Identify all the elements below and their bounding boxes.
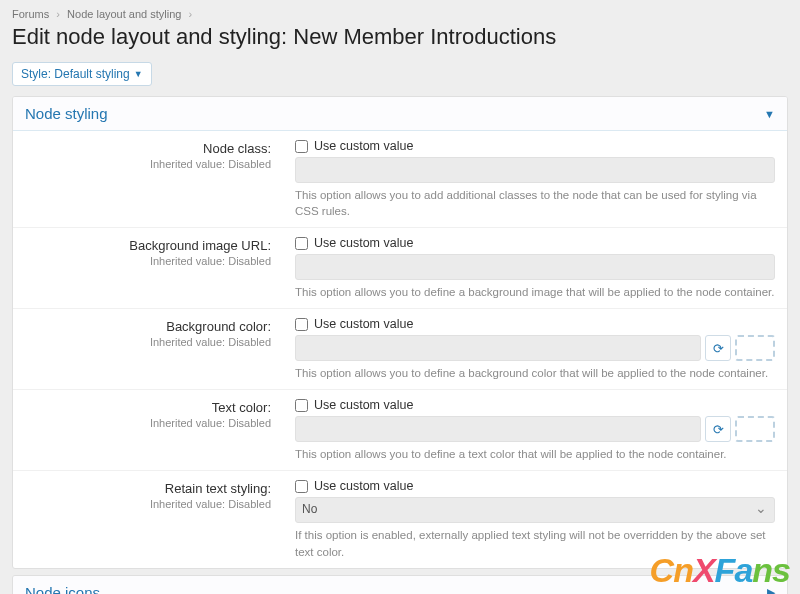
checkbox-label: Use custom value: [314, 317, 413, 331]
row-node-class: Node class: Inherited value: Disabled Us…: [13, 131, 787, 228]
expand-icon: ▶: [767, 586, 775, 594]
label-retain: Retain text styling:: [25, 481, 271, 496]
breadcrumb-forums[interactable]: Forums: [12, 8, 49, 20]
inherited-bg-color: Inherited value: Disabled: [25, 336, 271, 348]
refresh-icon: ⟳: [713, 422, 724, 437]
inherited-bg-url: Inherited value: Disabled: [25, 255, 271, 267]
help-text-color: This option allows you to define a text …: [295, 446, 775, 462]
checkbox-label: Use custom value: [314, 236, 413, 250]
checkbox-label: Use custom value: [314, 398, 413, 412]
breadcrumb: Forums › Node layout and styling ›: [0, 0, 800, 24]
style-selector-label: Style: Default styling: [21, 67, 130, 81]
node-icons-section: Node icons ▶: [12, 575, 788, 594]
node-styling-section: Node styling ▼ Node class: Inherited val…: [12, 96, 788, 569]
input-bg-url[interactable]: [295, 254, 775, 280]
page-title: Edit node layout and styling: New Member…: [0, 24, 800, 58]
row-retain: Retain text styling: Inherited value: Di…: [13, 471, 787, 567]
row-text-color: Text color: Inherited value: Disabled Us…: [13, 390, 787, 471]
label-bg-color: Background color:: [25, 319, 271, 334]
help-bg-url: This option allows you to define a backg…: [295, 284, 775, 300]
select-retain[interactable]: No: [295, 497, 775, 523]
help-node-class: This option allows you to add additional…: [295, 187, 775, 219]
refresh-bg-color-button[interactable]: ⟳: [705, 335, 731, 361]
inherited-node-class: Inherited value: Disabled: [25, 158, 271, 170]
refresh-icon: ⟳: [713, 341, 724, 356]
help-bg-color: This option allows you to define a backg…: [295, 365, 775, 381]
section-title: Node styling: [25, 105, 108, 122]
style-selector-button[interactable]: Style: Default styling ▼: [12, 62, 152, 86]
node-styling-header[interactable]: Node styling ▼: [13, 97, 787, 131]
section-title: Node icons: [25, 584, 100, 594]
label-bg-url: Background image URL:: [25, 238, 271, 253]
input-node-class[interactable]: [295, 157, 775, 183]
checkbox-node-class-custom[interactable]: [295, 140, 308, 153]
breadcrumb-node-layout[interactable]: Node layout and styling: [67, 8, 181, 20]
collapse-icon: ▼: [764, 108, 775, 120]
input-bg-color[interactable]: [295, 335, 701, 361]
checkbox-bg-color-custom[interactable]: [295, 318, 308, 331]
checkbox-bg-url-custom[interactable]: [295, 237, 308, 250]
input-text-color[interactable]: [295, 416, 701, 442]
node-icons-header[interactable]: Node icons ▶: [13, 576, 787, 594]
row-bg-url: Background image URL: Inherited value: D…: [13, 228, 787, 309]
checkbox-retain-custom[interactable]: [295, 480, 308, 493]
swatch-bg-color[interactable]: [735, 335, 775, 361]
chevron-right-icon: ›: [56, 8, 60, 20]
inherited-retain: Inherited value: Disabled: [25, 498, 271, 510]
inherited-text-color: Inherited value: Disabled: [25, 417, 271, 429]
refresh-text-color-button[interactable]: ⟳: [705, 416, 731, 442]
caret-down-icon: ▼: [134, 69, 143, 79]
checkbox-label: Use custom value: [314, 479, 413, 493]
checkbox-text-color-custom[interactable]: [295, 399, 308, 412]
chevron-right-icon: ›: [189, 8, 193, 20]
help-retain: If this option is enabled, externally ap…: [295, 527, 775, 559]
label-node-class: Node class:: [25, 141, 271, 156]
row-bg-color: Background color: Inherited value: Disab…: [13, 309, 787, 390]
checkbox-label: Use custom value: [314, 139, 413, 153]
label-text-color: Text color:: [25, 400, 271, 415]
swatch-text-color[interactable]: [735, 416, 775, 442]
